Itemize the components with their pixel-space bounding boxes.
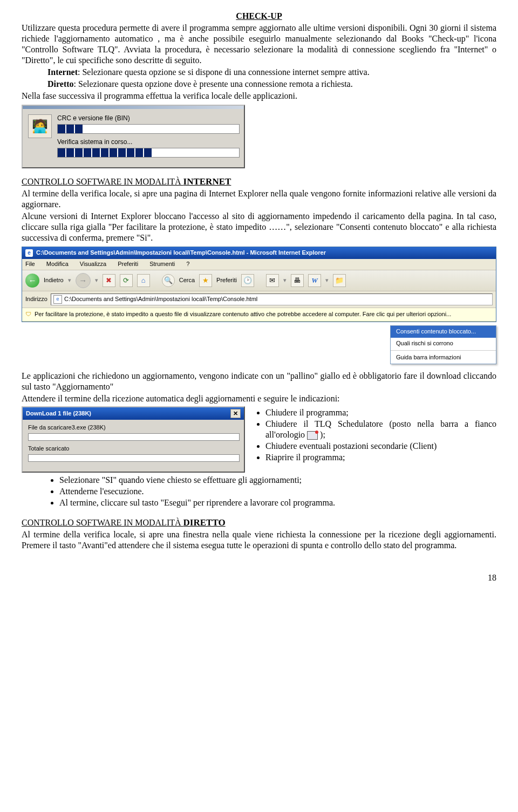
mail-icon[interactable]: ✉ bbox=[266, 274, 279, 287]
list-item: Chiudere il TLQ Schedulatore (posto nell… bbox=[265, 419, 496, 440]
menu-file[interactable]: File bbox=[25, 261, 35, 267]
wizard-icon: 🧑‍💻 bbox=[28, 114, 52, 138]
history-icon[interactable]: 🕑 bbox=[241, 274, 254, 287]
search-label[interactable]: Cerca bbox=[179, 277, 195, 284]
infobar-text: Per facilitare la protezione, è stato im… bbox=[35, 311, 451, 318]
paragraph-intro: Utilizzare questa procedura permette di … bbox=[22, 23, 496, 66]
back-button-label[interactable]: Indietro bbox=[44, 277, 64, 284]
ie-menubar[interactable]: File Modifica Visualizza Preferiti Strum… bbox=[22, 259, 496, 270]
section-diretto-heading: CONTROLLO SOFTWARE IN MODALITÀ DIRETTO bbox=[22, 517, 496, 528]
menu-separator bbox=[391, 350, 496, 351]
option-internet: Internet: Selezionare questa opzione se … bbox=[47, 67, 496, 78]
close-icon[interactable]: ✕ bbox=[230, 409, 241, 418]
download-file-label: File da scaricare3.exe (238K) bbox=[28, 424, 238, 432]
address-input[interactable]: e C:\Documents and Settings\Admin\Impost… bbox=[51, 294, 493, 305]
paragraph-ie-open: Al termine della verifica locale, si apr… bbox=[22, 188, 496, 210]
download-total-progress bbox=[28, 454, 240, 462]
menu-guida[interactable]: Guida barra informazioni bbox=[391, 352, 496, 364]
list-item: Selezionare "SI" quando viene chiesto se… bbox=[59, 475, 496, 486]
context-menu[interactable]: Consenti contenuto bloccato... Quali ris… bbox=[390, 325, 496, 364]
crc-label: CRC e versione file (BIN) bbox=[57, 114, 238, 122]
progress-verify bbox=[57, 148, 240, 158]
ie-toolbar: ← Indietro ▾ → ▾ ✖ ⟳ ⌂ 🔍 Cerca ★ Preferi… bbox=[22, 270, 496, 291]
page-number: 18 bbox=[22, 572, 496, 583]
context-menu-container: Consenti contenuto bloccato... Quali ris… bbox=[22, 325, 496, 364]
verify-label: Verifica sistema in corso... bbox=[57, 138, 238, 146]
verify-dialog: 🧑‍💻 CRC e versione file (BIN) Verifica s… bbox=[22, 105, 245, 168]
page-title: CHECK-UP bbox=[22, 11, 496, 22]
sec1-rest: ONTROLLO SOFTWARE IN MODALITÀ bbox=[28, 177, 183, 186]
home-icon[interactable]: ⌂ bbox=[137, 274, 150, 287]
download-title-text: DownLoad 1 file (238K) bbox=[26, 410, 91, 418]
forward-button-icon[interactable]: → bbox=[76, 273, 91, 288]
paragraph-diretto: Al termine della verifica locale, si apr… bbox=[22, 529, 496, 551]
search-icon[interactable]: 🔍 bbox=[162, 274, 175, 287]
menu-help[interactable]: ? bbox=[186, 261, 189, 267]
paragraph-pallino: Le applicazioni che richiedono un aggior… bbox=[22, 371, 496, 392]
download-dialog: DownLoad 1 file (238K) ✕ File da scarica… bbox=[22, 406, 245, 473]
html-file-icon: e bbox=[53, 295, 62, 304]
option-diretto-text: : Selezionare questa opzione dove è pres… bbox=[74, 79, 353, 88]
folder-icon[interactable]: 📁 bbox=[333, 274, 346, 287]
ie-titlebar: e C:\Documents and Settings\Admin\Impost… bbox=[22, 247, 496, 259]
sec1-mode: INTERNET bbox=[183, 176, 231, 187]
shield-icon: 🛡 bbox=[25, 311, 31, 318]
favorites-label[interactable]: Preferiti bbox=[216, 277, 237, 284]
menu-rischi[interactable]: Quali rischi si corrono bbox=[391, 338, 496, 350]
edit-icon[interactable]: W bbox=[308, 274, 321, 287]
stop-icon[interactable]: ✖ bbox=[103, 274, 115, 287]
sec1-prefix: C bbox=[22, 177, 28, 186]
favorites-icon[interactable]: ★ bbox=[199, 274, 212, 287]
sec2-label: CONTROLLO SOFTWARE IN MODALITÀ bbox=[22, 518, 183, 527]
menu-modifica[interactable]: Modifica bbox=[46, 261, 69, 267]
option-diretto-label: Diretto bbox=[47, 79, 74, 88]
option-diretto: Diretto: Selezionare questa opzione dove… bbox=[47, 79, 496, 90]
list-item: Chiudere eventuali postazioni secondarie… bbox=[265, 441, 496, 452]
list-item: Riaprire il programma; bbox=[265, 452, 496, 463]
ie-app-icon: e bbox=[25, 249, 33, 257]
paragraph-attendere: Attendere il termine della ricezione aut… bbox=[22, 393, 496, 404]
option-internet-label: Internet bbox=[47, 67, 78, 77]
menu-strumenti[interactable]: Strumenti bbox=[149, 261, 175, 267]
list-item: Al termine, cliccare sul tasto "Esegui" … bbox=[59, 497, 496, 508]
download-titlebar: DownLoad 1 file (238K) ✕ bbox=[23, 407, 244, 420]
address-label: Indirizzo bbox=[25, 296, 47, 303]
option-internet-text: : Selezionare questa opzione se si dispo… bbox=[78, 67, 370, 77]
menu-visualizza[interactable]: Visualizza bbox=[80, 261, 106, 267]
menu-consenti[interactable]: Consenti contenuto bloccato... bbox=[391, 326, 496, 338]
download-total-label: Totale scaricato bbox=[28, 445, 238, 453]
refresh-icon[interactable]: ⟳ bbox=[120, 274, 133, 287]
section-internet-heading: CONTROLLO SOFTWARE IN MODALITÀ INTERNET bbox=[22, 176, 496, 187]
instructions-right: Chiudere il programma; Chiudere il TLQ S… bbox=[255, 407, 496, 463]
list-item: Chiudere il programma; bbox=[265, 407, 496, 418]
ie-address-bar: Indirizzo e C:\Documents and Settings\Ad… bbox=[22, 291, 496, 308]
scheduler-tray-icon bbox=[307, 431, 318, 440]
back-button-icon[interactable]: ← bbox=[25, 274, 39, 288]
menu-preferiti[interactable]: Preferiti bbox=[118, 261, 138, 267]
ie-window: e C:\Documents and Settings\Admin\Impost… bbox=[22, 247, 496, 322]
list-item: Attenderne l'esecuzione. bbox=[59, 486, 496, 497]
download-file-progress bbox=[28, 433, 240, 441]
sec2-mode: DIRETTO bbox=[183, 517, 226, 528]
instructions-bottom: Selezionare "SI" quando viene chiesto se… bbox=[22, 475, 496, 508]
paragraph-next-phase: Nella fase successiva il programma effet… bbox=[22, 91, 496, 101]
progress-crc bbox=[57, 124, 240, 134]
ie-info-bar[interactable]: 🛡 Per facilitare la protezione, è stato … bbox=[22, 308, 496, 322]
ie-title-text: C:\Documents and Settings\Admin\Impostaz… bbox=[36, 249, 326, 257]
address-value: C:\Documents and Settings\Admin\Impostaz… bbox=[64, 296, 257, 303]
print-icon[interactable]: 🖶 bbox=[291, 274, 304, 287]
paragraph-ie-block: Alcune versioni di Internet Explorer blo… bbox=[22, 211, 496, 243]
